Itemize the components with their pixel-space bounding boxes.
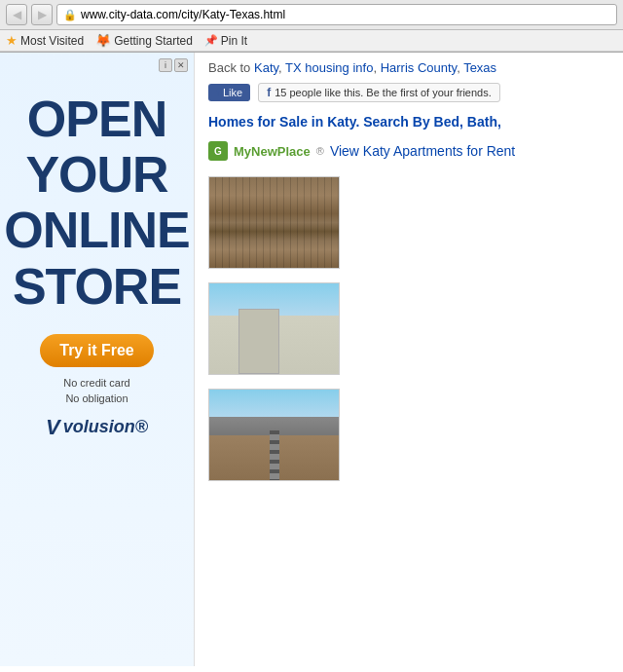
ad-line-3: ONLINE (4, 203, 189, 258)
browser-chrome: ◀ ▶ 🔒 www.city-data.com/city/Katy-Texas.… (0, 0, 623, 53)
pin-icon: 📌 (204, 34, 218, 47)
ad-controls: i ✕ (159, 58, 188, 72)
bookmark-pin-it[interactable]: 📌 Pin It (204, 34, 247, 48)
mynewplace-brand: MyNewPlace (234, 144, 311, 159)
try-it-free-button[interactable]: Try it Free (40, 334, 153, 367)
homes-for-sale-link[interactable]: Homes for Sale in Katy. Search By Bed, B… (208, 114, 609, 130)
bookmarks-bar: ★ Most Visited 🦊 Getting Started 📌 Pin I… (0, 30, 623, 52)
nav-bar: ◀ ▶ 🔒 www.city-data.com/city/Katy-Texas.… (0, 0, 623, 30)
star-icon: ★ (6, 33, 18, 48)
ad-text: OPEN YOUR ONLINE STORE (4, 92, 189, 315)
photo-railroad (208, 389, 340, 481)
bookmark-label: Most Visited (20, 34, 84, 48)
ad-panel: i ✕ OPEN YOUR ONLINE STORE Try it Free N… (0, 53, 195, 666)
photo-silo (208, 282, 340, 375)
forward-button[interactable]: ▶ (31, 4, 53, 25)
fb-count-bar: f 15 people like this. Be the first of y… (258, 83, 500, 102)
fb-like-label: Like (223, 87, 242, 98)
fb-logo: f (216, 86, 220, 99)
page-content: i ✕ OPEN YOUR ONLINE STORE Try it Free N… (0, 53, 623, 666)
bookmark-label: Getting Started (114, 34, 193, 48)
bookmark-getting-started[interactable]: 🦊 Getting Started (95, 33, 193, 48)
lock-icon: 🔒 (63, 9, 77, 21)
volusion-text: volusion® (63, 417, 148, 437)
back-link-tx[interactable]: TX housing info (285, 60, 373, 75)
photo-terracotta (208, 176, 340, 269)
fb-like-bar: f Like f 15 people like this. Be the fir… (208, 83, 609, 102)
address-text: www.city-data.com/city/Katy-Texas.html (81, 8, 285, 21)
fb-count-logo: f (267, 86, 271, 99)
photos-section (208, 176, 609, 481)
content-panel: Back to Katy, TX housing info, Harris Co… (195, 53, 623, 666)
mynewplace-icon: G (208, 141, 228, 161)
ad-line-2: YOUR (4, 147, 189, 203)
back-button[interactable]: ◀ (6, 4, 27, 25)
ad-line-4: STORE (4, 259, 189, 315)
bookmark-most-visited[interactable]: ★ Most Visited (6, 33, 84, 48)
mynewplace-bar: G MyNewPlace ® View Katy Apartments for … (208, 141, 609, 161)
ad-info-button[interactable]: i (159, 58, 172, 72)
fb-count-text: 15 people like this. Be the first of you… (275, 87, 492, 98)
bookmark-label: Pin It (221, 34, 247, 48)
back-line: Back to Katy, TX housing info, Harris Co… (208, 60, 609, 75)
address-bar[interactable]: 🔒 www.city-data.com/city/Katy-Texas.html (56, 4, 617, 25)
ad-close-button[interactable]: ✕ (174, 58, 188, 72)
firefox-icon: 🦊 (95, 33, 111, 48)
back-link-texas[interactable]: Texas (463, 60, 496, 75)
volusion-brand: V volusion® (46, 415, 148, 440)
mynewplace-reg: ® (316, 145, 324, 157)
back-link-harris[interactable]: Harris County (381, 60, 458, 75)
ad-line-1: OPEN (4, 92, 189, 147)
mynewplace-link[interactable]: View Katy Apartments for Rent (330, 143, 515, 159)
fb-like-button[interactable]: f Like (208, 84, 250, 101)
volusion-v-icon: V (46, 415, 60, 440)
ad-no-credit: No credit card No obligation (63, 375, 129, 407)
back-link-katy[interactable]: Katy (254, 60, 278, 75)
